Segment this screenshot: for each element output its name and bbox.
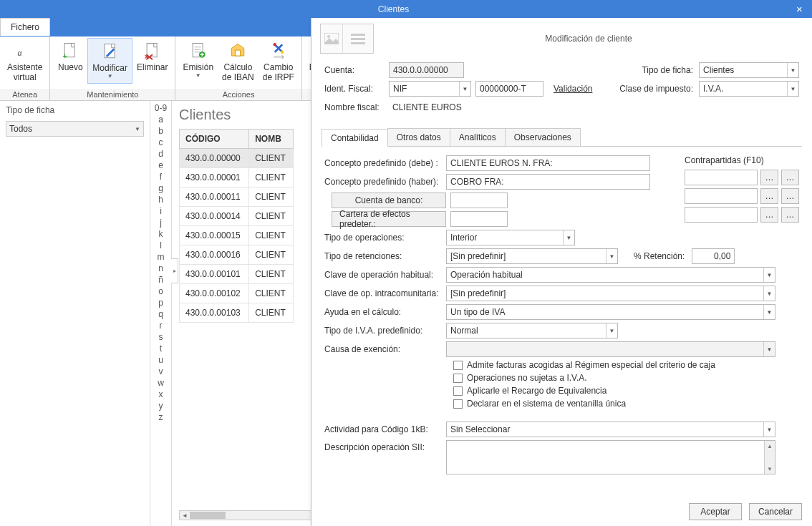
alpha-g[interactable]: g [150, 182, 171, 194]
alpha-e[interactable]: e [150, 160, 171, 171]
clase-imp-select[interactable]: I.V.A.▼ [699, 81, 799, 97]
concepto-debe-input[interactable]: CLIENTE EUROS N. FRA: [446, 155, 650, 171]
label-actividad: Actividad para Código 1kB: [324, 424, 446, 434]
ribbon-emisión-button[interactable]: Emisión▼ [178, 38, 218, 82]
alpha-t[interactable]: t [150, 343, 171, 354]
alpha-0-9[interactable]: 0-9 [150, 102, 171, 114]
alpha-i[interactable]: i [150, 205, 171, 217]
vertical-scrollbar[interactable]: ▲▼ [764, 441, 775, 474]
contrap-pick-3[interactable]: … [760, 207, 778, 223]
tab-otros-datos[interactable]: Otros datos [387, 128, 450, 146]
alpha-ñ[interactable]: ñ [150, 274, 171, 286]
contrap-clear-2[interactable]: … [781, 188, 799, 204]
alpha-a[interactable]: a [150, 114, 171, 125]
image-placeholder-icon[interactable] [320, 24, 374, 54]
close-icon[interactable]: × [787, 0, 812, 18]
ribbon-cambio-de-irpf-button[interactable]: Cambiode IRPF [258, 38, 299, 86]
chk-no-sujetas[interactable]: Operaciones no sujetas a I.V.A. [453, 373, 799, 383]
desc-sii-textarea[interactable]: ▲▼ [446, 440, 775, 474]
alpha-z[interactable]: z [150, 411, 171, 423]
dialog-footer: Aceptar Cancelar [689, 503, 802, 520]
table-row[interactable]: 430.0.0.00001CLIENT [180, 168, 294, 187]
validacion-link[interactable]: Validación [554, 84, 592, 94]
alpha-p[interactable]: p [150, 297, 171, 308]
alpha-b[interactable]: b [150, 125, 171, 137]
scroll-up-icon[interactable]: ▲ [765, 441, 775, 451]
alpha-h[interactable]: h [150, 194, 171, 205]
ribbon-nuevo-button[interactable]: +Nuevo [53, 38, 87, 75]
alpha-d[interactable]: d [150, 148, 171, 160]
contrap-pick-1[interactable]: … [760, 170, 778, 185]
contrap-input-2[interactable] [685, 188, 758, 204]
file-tab[interactable]: Fichero [0, 18, 50, 36]
table-row[interactable]: 430.0.0.00102CLIENT [180, 284, 294, 303]
accept-button[interactable]: Aceptar [689, 503, 742, 520]
scroll-left-icon[interactable]: ◄ [180, 511, 190, 520]
ident-tipo-select[interactable]: NIF▼ [389, 81, 471, 97]
alpha-s[interactable]: s [150, 331, 171, 343]
alpha-o[interactable]: o [150, 286, 171, 297]
chk-criterio-caja[interactable]: Admite facturas acogidas al Régimen espe… [453, 360, 799, 370]
clave-hab-select[interactable]: Operación habitual▼ [446, 267, 775, 283]
col-nombre[interactable]: NOMB [249, 130, 294, 149]
alpha-f[interactable]: f [150, 171, 171, 182]
alpha-j[interactable]: j [150, 217, 171, 228]
alpha-m[interactable]: m [150, 251, 171, 263]
alpha-n[interactable]: n [150, 263, 171, 274]
tipo-op-select[interactable]: Interior▼ [446, 230, 575, 245]
actividad-select[interactable]: Sin Seleccionar▼ [446, 422, 775, 437]
contrap-input-3[interactable] [685, 207, 758, 223]
contrap-clear-1[interactable]: … [781, 170, 799, 185]
tab-observaciones[interactable]: Observaciones [505, 128, 581, 146]
contrap-pick-2[interactable]: … [760, 188, 778, 204]
alpha-r[interactable]: r [150, 320, 171, 331]
table-row[interactable]: 430.0.0.00000CLIENT [180, 149, 294, 168]
ribbon-cálculo-de-iban-button[interactable]: Cálculode IBAN [218, 38, 258, 86]
ident-num-input[interactable]: 00000000-T [475, 81, 543, 97]
tab-analíticos[interactable]: Analíticos [450, 128, 506, 146]
alpha-q[interactable]: q [150, 308, 171, 320]
alpha-c[interactable]: c [150, 137, 171, 148]
ribbon-modificar-button[interactable]: Modificar▼ [87, 38, 132, 84]
cuenta-input[interactable]: 430.0.0.00000 [389, 62, 464, 78]
table-row[interactable]: 430.0.0.00016CLIENT [180, 245, 294, 265]
alpha-u[interactable]: u [150, 354, 171, 366]
contrap-clear-3[interactable]: … [781, 207, 799, 223]
cuenta-banco-input[interactable] [450, 193, 508, 208]
scroll-down-icon[interactable]: ▼ [765, 464, 775, 474]
tipo-ficha-combo[interactable]: Todos ▼ [6, 121, 144, 137]
table-row[interactable]: 430.0.0.00011CLIENT [180, 187, 294, 207]
ayuda-select[interactable]: Un tipo de IVA▼ [446, 304, 775, 320]
concepto-haber-input[interactable]: COBRO FRA: [446, 174, 650, 190]
cancel-button[interactable]: Cancelar [749, 503, 802, 520]
tab-contabilidad[interactable]: Contabilidad [322, 129, 388, 147]
expand-handle-icon[interactable]: ▸ [171, 258, 178, 283]
table-row[interactable]: 430.0.0.00015CLIENT [180, 226, 294, 245]
scrollbar-thumb[interactable] [190, 512, 226, 519]
pct-ret-input[interactable]: 0,00 [692, 248, 735, 264]
alpha-w[interactable]: w [150, 377, 171, 389]
cartera-button[interactable]: Cartera de efectos predeter.: [332, 211, 446, 227]
tipo-ficha-select[interactable]: Clientes▼ [699, 62, 799, 78]
contrap-input-1[interactable] [685, 170, 758, 185]
alpha-x[interactable]: x [150, 389, 171, 400]
alpha-y[interactable]: y [150, 400, 171, 411]
ribbon-eliminar-button[interactable]: ×Eliminar [132, 38, 172, 75]
table-row[interactable]: 430.0.0.00103CLIENT [180, 303, 294, 323]
table-row[interactable]: 430.0.0.00014CLIENT [180, 207, 294, 226]
label-desc-sii: Descripción operación SII: [324, 440, 446, 452]
clients-table: CÓDIGONOMB430.0.0.00000CLIENT430.0.0.000… [179, 129, 294, 323]
clave-intra-select[interactable]: [Sin predefinir]▼ [446, 286, 775, 301]
col-codigo[interactable]: CÓDIGO [180, 130, 249, 149]
ribbon-asistente-virtual-button[interactable]: αAsistentevirtual [3, 38, 47, 86]
iva-pred-select[interactable]: Normal▼ [446, 323, 618, 339]
cuenta-banco-button[interactable]: Cuenta de banco: [332, 193, 446, 208]
chk-ventanilla[interactable]: Declarar en el sistema de ventanilla úni… [453, 399, 799, 409]
alpha-v[interactable]: v [150, 366, 171, 377]
tipo-ret-select[interactable]: [Sin predefinir]▼ [446, 248, 618, 264]
cartera-input[interactable] [450, 211, 508, 227]
alpha-l[interactable]: l [150, 240, 171, 251]
table-row[interactable]: 430.0.0.00101CLIENT [180, 265, 294, 284]
chk-recargo[interactable]: Aplicarle el Recargo de Equivalencia [453, 386, 799, 396]
alpha-k[interactable]: k [150, 228, 171, 240]
